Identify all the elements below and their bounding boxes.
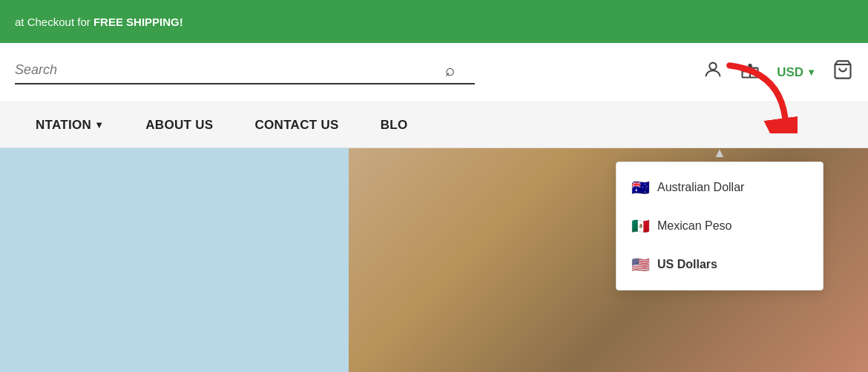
currency-option-usd[interactable]: 🇺🇸 US Dollars [617, 245, 823, 284]
svg-point-0 [710, 63, 717, 70]
gift-icon[interactable] [740, 59, 760, 85]
cart-icon[interactable] [832, 59, 853, 85]
usd-flag-icon: 🇺🇸 [631, 256, 650, 273]
nav-item-presentation[interactable]: NTATION ▼ [15, 118, 125, 133]
account-icon[interactable] [703, 59, 723, 85]
search-input[interactable] [15, 62, 445, 78]
search-icon[interactable]: ⌕ [445, 61, 455, 80]
currency-selector[interactable]: USD ▼ [777, 65, 816, 80]
aud-flag-icon: 🇦🇺 [631, 179, 650, 196]
dropdown-arrow-up-icon: ▲ [713, 146, 726, 159]
nav-chevron-icon: ▼ [94, 119, 104, 130]
mxn-flag-icon: 🇲🇽 [631, 217, 650, 235]
banner-text: at Checkout for FREE SHIPPING! [15, 16, 183, 28]
currency-option-aud[interactable]: 🇦🇺 Australian Dollar [617, 168, 823, 207]
top-banner: at Checkout for FREE SHIPPING! [0, 0, 868, 43]
header: ⌕ USD ▼ [0, 43, 868, 102]
nav-item-contact-us[interactable]: CONTACT US [234, 118, 359, 133]
search-area: ⌕ [15, 61, 475, 84]
currency-option-mxn[interactable]: 🇲🇽 Mexican Peso [617, 207, 823, 245]
nav-item-about-us[interactable]: ABOUT US [125, 118, 234, 133]
currency-label: USD [777, 65, 803, 80]
currency-dropdown: ▲ 🇦🇺 Australian Dollar 🇲🇽 Mexican Peso 🇺… [616, 162, 823, 290]
header-icons: USD ▼ [703, 59, 853, 85]
currency-chevron-icon: ▼ [806, 67, 816, 78]
nav-item-blog[interactable]: BLO [360, 118, 429, 133]
nav-bar: NTATION ▼ ABOUT US CONTACT US BLO [0, 102, 868, 148]
